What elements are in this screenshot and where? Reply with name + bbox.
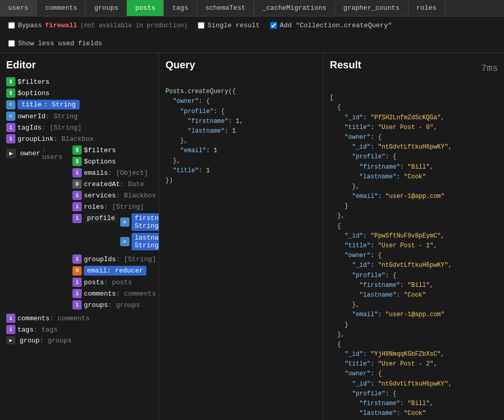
tab-cachemigrations[interactable]: _cacheMigrations [254,0,335,16]
owner-roles[interactable]: i roles: [String] [72,202,159,211]
title-badge: ≡ [6,100,15,109]
tags-name: tags: tags [17,326,58,334]
field-title[interactable]: ≡ title: String [6,100,153,109]
profile-label[interactable]: profile [84,213,118,223]
owner-label: owner [20,150,40,157]
add-query-option: Add "Collection.createQuery" [270,22,392,29]
tab-comments[interactable]: comments [37,0,86,16]
o-emails-badge: i [72,168,82,177]
field-tagids[interactable]: i tagIds: [String] [6,123,153,132]
nav-bar: users comments groups posts tags schemaT… [0,0,504,16]
single-result-label: Single result [208,22,259,29]
tab-groups[interactable]: groups [86,0,127,16]
add-query-checkbox[interactable] [270,22,277,29]
single-result-option: Single result [198,22,259,29]
grouplink-badge: i [6,134,15,143]
owner-services[interactable]: i services: Blackbox [72,191,159,200]
owner-posts[interactable]: i posts: posts [72,278,159,287]
group-name: group: groups [20,337,71,344]
tab-tags[interactable]: tags [164,0,197,16]
query-title: Query [165,59,317,71]
owner-comments[interactable]: i comments: comments [72,289,159,298]
p-lastname-name: lastname: String [132,233,159,250]
o-groups-badge: i [72,300,82,309]
firewall-note: (not available in production) [80,22,188,29]
o-options-badge: $ [72,157,82,166]
ownerid-name: ownerId: String [17,113,78,120]
owner-groups[interactable]: i groups: groups [72,300,159,309]
add-query-label: Add "Collection.createQuery" [280,22,392,29]
owner-groupids[interactable]: i groupIds: [String] [72,254,159,264]
o-options-name: $options [84,158,116,166]
field-group[interactable]: ▶ group: groups [6,336,153,344]
filters-badge: $ [6,77,15,86]
show-less-option: Show less used fields [8,40,102,47]
owner-filters[interactable]: $ $filters [72,145,159,155]
firewall-word: firewall [45,22,77,29]
tab-grapher-counts[interactable]: grapher_counts [335,0,408,16]
field-tags[interactable]: i tags: tags [6,325,153,334]
owner-email[interactable]: O email: reducer [72,266,159,276]
field-ownerid[interactable]: ≡ ownerId: String [6,112,153,121]
title-type: : String [44,101,76,108]
o-posts-badge: i [72,278,82,287]
ownerid-badge: ≡ [6,112,15,121]
tab-schematest[interactable]: schemaTest [197,0,254,16]
o-createdat-badge: D [72,179,82,189]
comments-badge: i [6,314,15,323]
o-comments-name: comments: comments [84,290,156,298]
show-less-checkbox[interactable] [8,40,15,47]
o-services-badge: i [72,191,82,200]
o-email-badge: O [72,266,82,276]
editor-title: Editor [6,59,153,71]
owner-nested-fields: $ $filters $ $options i emails: [Object]… [72,145,159,312]
owner-createdat[interactable]: D createdAt: Date [72,179,159,189]
show-less-label: Show less used fields [18,40,102,47]
field-comments[interactable]: i comments: comments [6,314,153,323]
profile-lastname[interactable]: ≡ lastname: String [120,233,159,250]
o-createdat-name: createdAt: Date [84,180,144,188]
title-name: title: String [17,100,80,109]
result-code: [ { "_id": "PfSH2LnfmZdScKQGa", "title":… [330,83,498,420]
o-groupids-name: groupIds: [String] [84,255,156,263]
o-groups-name: groups: groups [84,301,140,309]
result-timing: 7ms [481,63,498,74]
result-header: Result 7ms [330,59,498,77]
options-name: $options [17,89,49,97]
field-grouplink[interactable]: i groupLink: Blackbox [6,134,153,143]
o-services-name: services: Blackbox [84,192,156,199]
p-lastname-badge: ≡ [120,237,129,246]
profile-firstname[interactable]: ≡ firstname: String [120,213,159,231]
o-filters-badge: $ [72,145,82,155]
o-email-name: email: reducer [84,266,146,276]
p-firstname-name: firstname: String [132,213,159,231]
o-posts-name: posts: posts [84,279,132,286]
o-emails-name: emails: [Object] [84,169,148,177]
field-filters[interactable]: $ $filters [6,77,153,86]
field-options[interactable]: $ $options [6,88,153,98]
comments-name: comments: comments [17,315,89,322]
profile-badge: i [72,214,82,223]
options-bar: Bypass firewall (not available in produc… [0,16,504,53]
single-result-checkbox[interactable] [198,22,204,29]
tab-users[interactable]: users [0,0,37,16]
o-comments-badge: i [72,289,82,298]
filters-name: $filters [17,78,49,86]
tags-badge: i [6,325,15,334]
tab-roles[interactable]: roles [408,0,445,16]
group-arrow[interactable]: ▶ [6,336,15,344]
bypass-label: Bypass [18,22,42,29]
grouplink-name: groupLink: Blackbox [17,135,94,143]
options-badge: $ [6,88,15,98]
bypass-firewall-option: Bypass firewall (not available in produc… [8,22,188,29]
tab-posts[interactable]: posts [127,0,164,16]
owner-sub: : users [42,145,62,161]
result-title: Result [330,59,361,71]
main-layout: Editor $ $filters $ $options ≡ title: St… [0,53,504,420]
owner-arrow[interactable]: ▶ [6,149,16,158]
query-code: Posts.createQuery({ "owner": { "profile"… [165,77,317,195]
owner-options[interactable]: $ $options [72,157,159,166]
owner-emails[interactable]: i emails: [Object] [72,168,159,177]
bypass-firewall-checkbox[interactable] [8,22,15,29]
profile-nested-fields: ≡ firstname: String ≡ lastname: String [120,213,159,252]
